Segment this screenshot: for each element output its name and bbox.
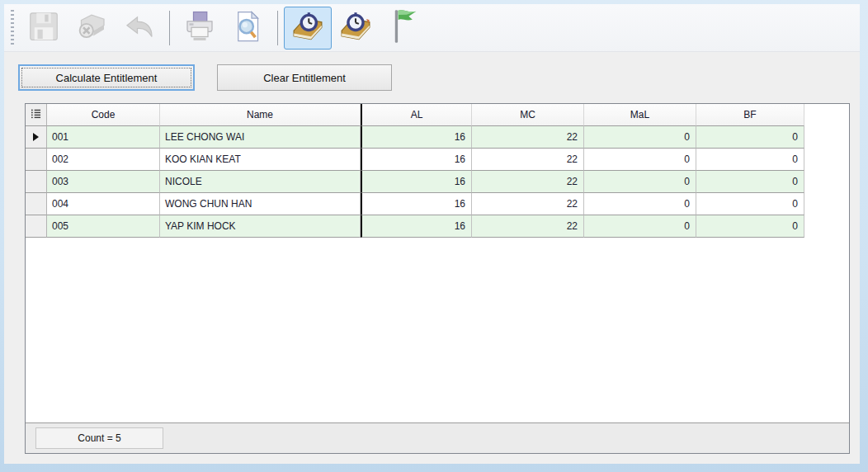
- save-icon: [27, 10, 60, 45]
- cell-mal[interactable]: 0: [584, 126, 696, 149]
- row-filler: [804, 126, 849, 149]
- cell-bf[interactable]: 0: [696, 193, 804, 215]
- cell-name[interactable]: YAP KIM HOCK: [160, 215, 361, 238]
- row-count-badge: Count = 5: [35, 427, 163, 449]
- cell-mc[interactable]: 22: [472, 126, 584, 149]
- table-row[interactable]: 005 YAP KIM HOCK 16 22 0 0: [26, 215, 849, 238]
- cell-code[interactable]: 003: [47, 171, 160, 193]
- clear-entitlement-label: Clear Entitlement: [263, 72, 346, 84]
- cell-mal[interactable]: 0: [584, 171, 696, 193]
- cell-code[interactable]: 002: [47, 149, 160, 171]
- table-row[interactable]: 002 KOO KIAN KEAT 16 22 0 0: [26, 149, 849, 171]
- print-button[interactable]: [176, 7, 224, 50]
- delete-button[interactable]: [68, 7, 116, 50]
- action-button-row: Calculate Entitlement Clear Entitlement: [18, 64, 860, 91]
- column-header-code[interactable]: Code: [47, 104, 160, 126]
- cell-mal[interactable]: 0: [584, 215, 696, 238]
- cell-name[interactable]: WONG CHUN HAN: [160, 193, 361, 215]
- cell-mc[interactable]: 22: [472, 215, 584, 238]
- column-header-name[interactable]: Name: [160, 104, 361, 126]
- cell-code[interactable]: 004: [47, 193, 160, 215]
- grid-empty-area: [26, 238, 849, 422]
- row-indicator-cell[interactable]: [26, 193, 47, 215]
- grid-footer: Count = 5: [26, 422, 849, 453]
- cell-mc[interactable]: 22: [472, 171, 584, 193]
- table-row[interactable]: 001 LEE CHONG WAI 16 22 0 0: [26, 126, 849, 149]
- grid-corner-cell[interactable]: [26, 104, 47, 126]
- row-indicator-cell[interactable]: [26, 149, 47, 171]
- panel-content: Calculate Entitlement Clear Entitlement: [4, 4, 860, 464]
- toolbar: [4, 4, 860, 52]
- cell-code[interactable]: 005: [47, 215, 160, 238]
- calculate-entitlement-button[interactable]: Calculate Entitlement: [18, 64, 195, 91]
- cell-mc[interactable]: 22: [472, 193, 584, 215]
- cell-code[interactable]: 001: [47, 126, 160, 149]
- cell-bf[interactable]: 0: [696, 215, 804, 238]
- column-header-al[interactable]: AL: [361, 104, 472, 126]
- column-header-mc[interactable]: MC: [472, 104, 584, 126]
- app-window: Calculate Entitlement Clear Entitlement: [0, 0, 868, 472]
- row-filler: [804, 171, 849, 193]
- clear-entitlement-button[interactable]: Clear Entitlement: [217, 64, 392, 91]
- current-row-arrow-icon: [33, 133, 39, 141]
- cell-al[interactable]: 16: [361, 171, 472, 193]
- cell-mal[interactable]: 0: [584, 193, 696, 215]
- column-header-bf[interactable]: BF: [696, 104, 804, 126]
- cell-bf[interactable]: 0: [696, 149, 804, 171]
- cell-al[interactable]: 16: [361, 126, 472, 149]
- row-filler: [804, 215, 849, 238]
- row-filler: [804, 149, 849, 171]
- table-row[interactable]: 003 NICOLE 16 22 0 0: [26, 171, 849, 193]
- delete-icon: [75, 10, 108, 45]
- undo-icon: [123, 10, 156, 45]
- undo-button[interactable]: [116, 7, 163, 50]
- print-preview-icon: [231, 10, 264, 45]
- cell-mal[interactable]: 0: [584, 149, 696, 171]
- toolbar-grip[interactable]: [11, 10, 14, 46]
- entitlement-grid: Code Name AL MC MaL BF 001 LEE CHONG WAI…: [25, 103, 850, 454]
- print-preview-button[interactable]: [224, 7, 271, 50]
- grid-header-row: Code Name AL MC MaL BF: [26, 104, 849, 126]
- cell-name[interactable]: KOO KIAN KEAT: [160, 149, 361, 171]
- toolbar-separator: [277, 11, 278, 45]
- cell-bf[interactable]: 0: [696, 126, 804, 149]
- cell-name[interactable]: LEE CHONG WAI: [160, 126, 361, 149]
- focus-rectangle: Calculate Entitlement: [21, 68, 191, 87]
- toolbar-separator: [169, 11, 170, 45]
- column-header-mal[interactable]: MaL: [584, 104, 696, 126]
- entitlement-clock-icon: [290, 9, 326, 46]
- row-indicator-cell[interactable]: [26, 215, 47, 238]
- entitlement-clock-alt-icon: [337, 9, 374, 46]
- cell-bf[interactable]: 0: [696, 171, 804, 193]
- cell-mc[interactable]: 22: [472, 149, 584, 171]
- row-indicator-cell[interactable]: [26, 171, 47, 193]
- cell-name[interactable]: NICOLE: [160, 171, 361, 193]
- print-icon: [183, 10, 216, 45]
- header-filler: [804, 104, 849, 126]
- leave-entitlement-button[interactable]: [284, 7, 332, 50]
- row-indicator-cell[interactable]: [26, 126, 47, 149]
- table-row[interactable]: 004 WONG CHUN HAN 16 22 0 0: [26, 193, 849, 215]
- cell-al[interactable]: 16: [361, 149, 472, 171]
- calculate-entitlement-label: Calculate Entitlement: [56, 72, 158, 84]
- flag-icon: [386, 7, 421, 48]
- flag-button[interactable]: [380, 7, 427, 50]
- column-chooser-icon: [31, 108, 41, 121]
- cell-al[interactable]: 16: [361, 193, 472, 215]
- leave-entitlement-alt-button[interactable]: [332, 7, 380, 50]
- save-button[interactable]: [20, 7, 68, 50]
- cell-al[interactable]: 16: [361, 215, 472, 238]
- row-filler: [804, 193, 849, 215]
